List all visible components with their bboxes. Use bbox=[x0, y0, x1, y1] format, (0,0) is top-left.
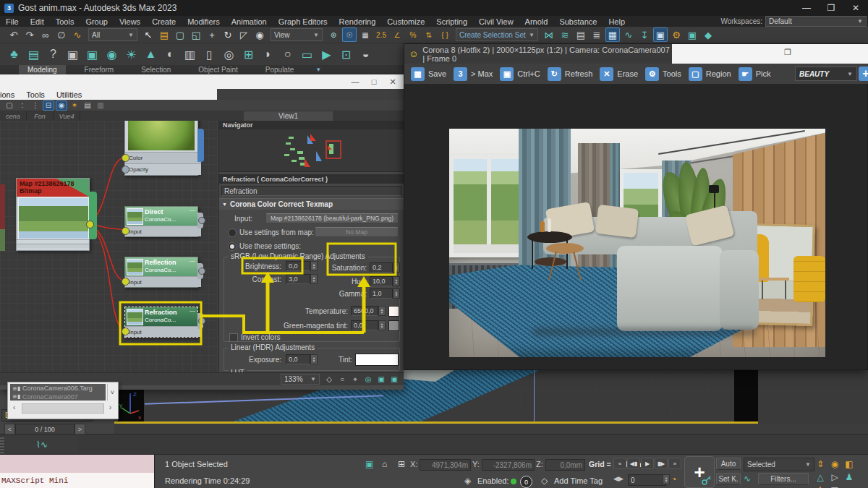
asset-library-icon[interactable]: ▥ bbox=[181, 46, 199, 64]
palette-icon[interactable]: ◗ bbox=[259, 46, 277, 64]
state-sets-icon[interactable]: ▣ bbox=[64, 46, 82, 64]
angle-snap-icon[interactable]: ∠ bbox=[390, 27, 404, 42]
snaps-toggle-icon[interactable]: 2.5 bbox=[374, 27, 388, 42]
torus-icon[interactable]: ◎ bbox=[220, 46, 238, 64]
ribbon-config-icon[interactable]: ▼ bbox=[315, 67, 321, 73]
frame-spinner[interactable] bbox=[663, 474, 670, 484]
play-selected-icon[interactable]: ▷ bbox=[828, 471, 841, 484]
window-crossing-icon[interactable]: ◱ bbox=[189, 27, 203, 42]
menu-item[interactable]: Substance bbox=[553, 17, 603, 26]
menu-item[interactable]: Views bbox=[114, 17, 146, 26]
scroll-right-icon[interactable]: › bbox=[109, 403, 111, 411]
redo-icon[interactable]: ↷ bbox=[22, 27, 37, 42]
material-wand-icon[interactable]: ✶ bbox=[69, 100, 80, 111]
exposure-spinner[interactable] bbox=[310, 354, 318, 364]
tint-swatch[interactable] bbox=[355, 354, 399, 366]
use-these-settings-radio[interactable] bbox=[228, 242, 237, 251]
select-and-manipulate-icon[interactable]: ☉ bbox=[342, 27, 357, 42]
horizontal-scrollbar[interactable]: ‹ › bbox=[10, 401, 116, 415]
spinner-snap-icon[interactable]: ⇅ bbox=[422, 27, 436, 42]
save-button[interactable]: ▦Save bbox=[407, 65, 450, 82]
notify-icon[interactable]: △ bbox=[814, 471, 827, 484]
set-key-button[interactable]: Set K. bbox=[716, 473, 741, 485]
node-side-tab[interactable] bbox=[197, 129, 204, 162]
mirror-icon[interactable]: ⋈ bbox=[542, 27, 556, 42]
percent-snap-icon[interactable]: % bbox=[406, 27, 420, 42]
collapse-icon[interactable]: — bbox=[190, 207, 195, 213]
socket-icon[interactable] bbox=[122, 278, 129, 286]
notes-icon[interactable]: ▤ bbox=[25, 46, 43, 64]
invert-colors-checkbox[interactable] bbox=[229, 333, 238, 342]
render-frame-window-icon[interactable]: ▣ bbox=[685, 27, 699, 42]
green-magenta-field[interactable]: 0,0 bbox=[351, 320, 378, 330]
monitor-icon[interactable]: ▭ bbox=[298, 46, 316, 64]
sme-tab[interactable]: cena bbox=[0, 111, 27, 121]
user2-icon[interactable]: ♟ bbox=[814, 484, 827, 488]
key-mode-icon[interactable]: ◀▶ bbox=[613, 475, 624, 482]
brightness-field[interactable]: 0,0 bbox=[286, 261, 310, 271]
sun-positioner-icon[interactable]: ☀ bbox=[122, 46, 140, 64]
saturation-spinner[interactable] bbox=[393, 262, 400, 273]
copy-button[interactable]: ▣Ctrl+C bbox=[496, 65, 543, 82]
frame-range-field[interactable]: 0 / 100 bbox=[15, 424, 75, 435]
temperature-spinner[interactable] bbox=[378, 306, 386, 316]
scene-converter-icon[interactable]: ♣ bbox=[5, 46, 23, 64]
maximize-button[interactable]: ❐ bbox=[819, 0, 843, 16]
zoom-extents-selected-icon[interactable]: ▣ bbox=[375, 374, 387, 385]
menu-item[interactable]: Modifiers bbox=[182, 17, 226, 26]
edit-named-selection-sets-icon[interactable]: { } bbox=[438, 27, 452, 42]
sme-active-view-tab[interactable]: View1 bbox=[244, 111, 333, 121]
enabled-count-badge[interactable]: 0 bbox=[520, 476, 532, 488]
input-map-button[interactable]: Map #2138626178 (beautiful-park_PNG.png) bbox=[265, 213, 399, 223]
direct-node[interactable]: DirectCoronaCo... — Input bbox=[124, 206, 198, 237]
rectangular-selection-region-icon[interactable]: ▢ bbox=[173, 27, 187, 42]
add-time-tag[interactable]: Add Time Tag bbox=[554, 476, 603, 485]
minimize-button[interactable]: — bbox=[794, 0, 819, 16]
menu-item[interactable]: Arnold bbox=[519, 17, 554, 26]
gamma-field[interactable]: 1,0 bbox=[370, 288, 393, 299]
no-map-button[interactable]: No Map bbox=[315, 227, 399, 237]
gamma-spinner[interactable] bbox=[393, 288, 400, 299]
sme-tab[interactable]: Vue4 bbox=[54, 111, 80, 121]
menu-item[interactable]: Help bbox=[603, 17, 631, 26]
delete-selected-icon[interactable]: ▥ bbox=[95, 100, 106, 111]
sme-minimize-button[interactable]: — bbox=[346, 76, 365, 87]
material-editor-icon[interactable]: ▦ bbox=[605, 27, 620, 42]
teapot-icon[interactable]: ◒ bbox=[357, 46, 375, 64]
mini-curve-editor-button[interactable]: ⌇∿ bbox=[6, 436, 78, 453]
rollout-header[interactable]: ▼ Corona Color Correct Texmap bbox=[219, 198, 404, 210]
create-selection-set-dropdown[interactable]: Create Selection Set▼ bbox=[456, 28, 538, 41]
menu-item[interactable]: Graph Editors bbox=[273, 17, 333, 26]
user-icon[interactable]: ♟ bbox=[843, 471, 856, 484]
help-icon[interactable]: ? bbox=[44, 46, 62, 64]
set-keys-button[interactable]: + bbox=[684, 456, 715, 488]
undo-icon[interactable]: ↶ bbox=[7, 27, 21, 42]
video-icon[interactable]: ▶ bbox=[318, 46, 336, 64]
menu-item[interactable]: File bbox=[0, 17, 25, 26]
frame-next-button[interactable]: > bbox=[75, 424, 85, 435]
menu-item[interactable]: Group bbox=[80, 17, 114, 26]
key-clock-icon[interactable]: ◔ bbox=[671, 474, 676, 484]
contrast-field[interactable]: 3,0 bbox=[286, 274, 310, 284]
vfb-render-area[interactable] bbox=[404, 84, 867, 369]
navigator-map[interactable] bbox=[219, 129, 404, 172]
menu-item[interactable]: Animation bbox=[226, 17, 273, 26]
socket-icon[interactable] bbox=[198, 267, 205, 275]
exposure-field[interactable]: 0,0 bbox=[286, 354, 310, 364]
node-input-slot[interactable]: Input bbox=[125, 276, 201, 287]
list-item[interactable]: ≋▮ CoronaCamera007 bbox=[10, 393, 106, 401]
sme-tab[interactable]: Fon bbox=[27, 111, 54, 121]
saturation-field[interactable]: 0,2 bbox=[370, 262, 393, 273]
new-key-curve-icon[interactable]: ∿ bbox=[744, 474, 751, 484]
green-magenta-swatch[interactable] bbox=[388, 320, 399, 331]
node-name-field[interactable]: Refraction bbox=[221, 186, 401, 196]
menu-item[interactable]: Create bbox=[146, 17, 182, 26]
pick-from-object-icon[interactable]: : bbox=[17, 100, 28, 111]
show-grid-icon[interactable]: ⊟ bbox=[43, 100, 54, 111]
ribbon-tab[interactable]: Object Paint bbox=[190, 65, 246, 74]
manage-layers-icon[interactable]: ≣ bbox=[590, 27, 604, 42]
bitmap-node[interactable]: Map #2138626178Bitmap bbox=[16, 178, 90, 251]
select-and-link-icon[interactable]: ∞ bbox=[38, 27, 53, 42]
go-to-start-button[interactable]: « bbox=[613, 458, 626, 469]
region-button[interactable]: ▢Region bbox=[685, 65, 735, 82]
